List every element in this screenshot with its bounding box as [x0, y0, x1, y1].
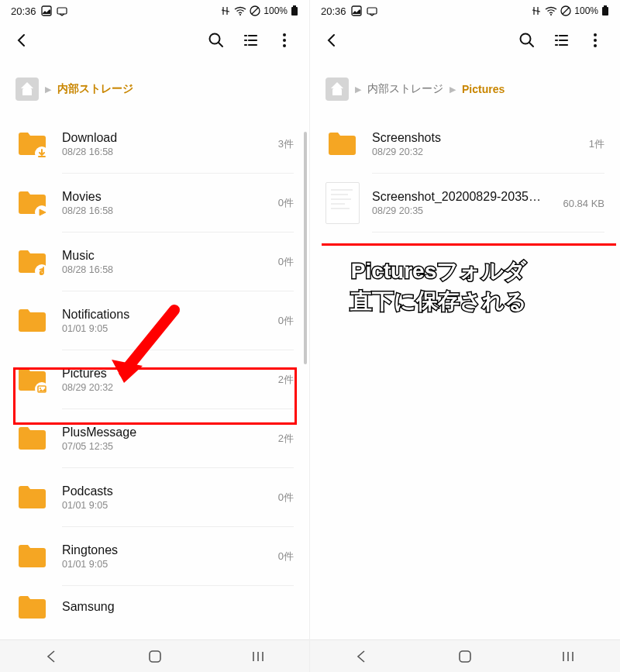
- breadcrumb[interactable]: ▶ 内部ストレージ: [0, 59, 309, 115]
- item-date: 08/28 16:58: [62, 205, 260, 216]
- item-date: 08/28 16:58: [62, 264, 260, 275]
- item-date: 08/29 20:35: [372, 205, 545, 216]
- svg-rect-19: [367, 8, 377, 14]
- item-name: Screenshots: [372, 131, 570, 145]
- folder-list[interactable]: Download 08/28 16:58 3件 Movies 08/28 16:…: [0, 115, 309, 639]
- list-item[interactable]: PlusMessage 07/05 12:35 2件: [0, 409, 309, 468]
- view-toggle-button[interactable]: [544, 23, 578, 57]
- breadcrumb-current[interactable]: Pictures: [462, 83, 505, 95]
- kebab-icon: [276, 32, 293, 49]
- item-name: PlusMessage: [62, 426, 260, 439]
- home-icon[interactable]: [326, 78, 349, 101]
- no-sim-icon: [560, 5, 571, 16]
- item-meta: 2件: [272, 432, 294, 446]
- back-button[interactable]: [315, 23, 349, 57]
- status-time: 20:36: [11, 5, 36, 17]
- item-name: Pictures: [62, 367, 260, 381]
- mute-icon: [220, 5, 231, 16]
- breadcrumb-current[interactable]: 内部ストレージ: [57, 82, 133, 96]
- battery-percent: 100%: [264, 5, 288, 16]
- item-name: Screenshot_20200829-203549.png: [372, 190, 545, 204]
- no-sim-icon: [250, 5, 260, 16]
- chevron-left-icon: [323, 32, 340, 49]
- mute-icon: [531, 5, 542, 16]
- nav-home[interactable]: [442, 649, 488, 664]
- nav-back[interactable]: [29, 649, 75, 664]
- breadcrumb[interactable]: ▶ 内部ストレージ ▶ Pictures: [310, 59, 620, 115]
- app-bar: [310, 22, 620, 59]
- svg-point-14: [283, 33, 286, 36]
- svg-rect-22: [602, 7, 608, 16]
- svg-rect-11: [291, 7, 298, 16]
- item-name: Download: [62, 131, 260, 145]
- system-nav: [0, 639, 309, 672]
- item-date: 01/01 9:05: [62, 559, 260, 570]
- search-button[interactable]: [199, 23, 233, 57]
- scrollbar[interactable]: [304, 132, 307, 364]
- list-item[interactable]: Music 08/28 16:58 0件: [0, 233, 309, 291]
- item-meta: 0件: [272, 314, 294, 328]
- item-meta: 3件: [272, 137, 294, 151]
- search-button[interactable]: [510, 23, 544, 57]
- back-button[interactable]: [5, 23, 39, 57]
- svg-point-27: [594, 44, 597, 47]
- list-icon: [242, 32, 259, 49]
- svg-point-25: [594, 33, 597, 36]
- folder-icon: [16, 304, 50, 338]
- item-meta: 1件: [583, 137, 604, 151]
- svg-rect-17: [150, 651, 160, 662]
- svg-point-26: [594, 39, 597, 42]
- kebab-icon: [587, 32, 604, 49]
- list-item[interactable]: Pictures 08/29 20:32 2件: [0, 350, 309, 409]
- item-date: 07/05 12:35: [62, 441, 260, 452]
- nav-recents[interactable]: [545, 649, 591, 664]
- keyboard-icon: [367, 5, 377, 16]
- home-icon[interactable]: [16, 78, 39, 101]
- search-icon: [518, 32, 536, 49]
- list-item[interactable]: Samsung: [0, 586, 309, 625]
- folder-icon: [16, 539, 50, 574]
- list-item[interactable]: Screenshot_20200829-203549.png 08/29 20:…: [310, 174, 620, 233]
- folder-list[interactable]: Screenshots 08/29 20:32 1件 Screenshot_20…: [310, 115, 620, 639]
- list-item[interactable]: Notifications 01/01 9:05 0件: [0, 291, 309, 350]
- item-date: 08/29 20:32: [372, 146, 570, 157]
- keyboard-icon: [57, 5, 67, 16]
- svg-point-16: [283, 44, 286, 47]
- svg-rect-23: [604, 5, 607, 7]
- battery-percent: 100%: [574, 5, 598, 16]
- chevron-right-icon: ▶: [45, 84, 51, 95]
- menu-button[interactable]: [267, 23, 301, 57]
- list-item[interactable]: Movies 08/28 16:58 0件: [0, 174, 309, 233]
- folder-icon: [16, 422, 50, 456]
- nav-recents[interactable]: [235, 649, 281, 664]
- folder-icon: [16, 591, 50, 625]
- view-toggle-button[interactable]: [233, 23, 267, 57]
- item-name: Notifications: [62, 308, 260, 322]
- item-name: Movies: [62, 190, 260, 204]
- folder-icon: [16, 481, 50, 515]
- system-nav: [310, 639, 620, 672]
- item-name: Ringtones: [62, 543, 260, 557]
- item-meta: 0件: [272, 491, 294, 505]
- menu-button[interactable]: [578, 23, 612, 57]
- list-item[interactable]: Screenshots 08/29 20:32 1件: [310, 115, 620, 174]
- status-bar: 20:36 100%: [310, 0, 620, 22]
- svg-rect-8: [57, 8, 67, 14]
- svg-rect-28: [460, 651, 470, 662]
- svg-point-9: [239, 14, 241, 16]
- svg-point-20: [550, 14, 552, 16]
- list-icon: [553, 32, 570, 49]
- list-item[interactable]: Ringtones 01/01 9:05 0件: [0, 527, 309, 586]
- folder-icon: [16, 186, 50, 220]
- folder-icon: [16, 245, 50, 279]
- item-meta: 0件: [272, 196, 294, 210]
- annotation-text: Picturesフォルダ 直下に保存される: [350, 256, 527, 316]
- nav-home[interactable]: [132, 649, 178, 664]
- item-date: 01/01 9:05: [62, 323, 260, 334]
- breadcrumb-parent[interactable]: 内部ストレージ: [367, 82, 443, 96]
- nav-back[interactable]: [339, 649, 385, 664]
- list-item[interactable]: Download 08/28 16:58 3件: [0, 115, 309, 174]
- list-item[interactable]: Podcasts 01/01 9:05 0件: [0, 468, 309, 527]
- item-meta: 2件: [272, 373, 294, 387]
- battery-icon: [291, 5, 298, 16]
